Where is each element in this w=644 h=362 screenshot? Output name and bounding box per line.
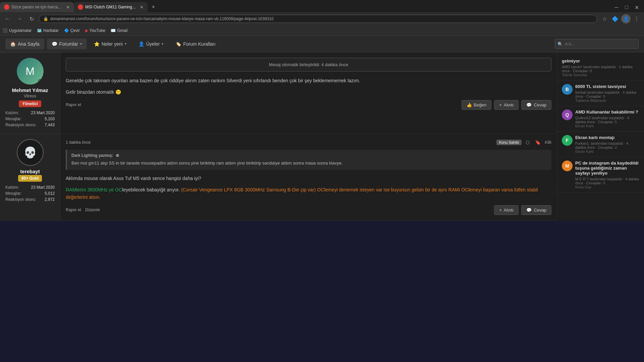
post-2-edit-link[interactable]: Düzenle [85,208,100,212]
sidebar-topic-3-category: Ekran Kartı [575,149,639,153]
post-2-bookmark-button[interactable]: 🔖 [534,139,542,146]
forums-dropdown-icon: ▾ [80,42,82,46]
star-icon[interactable]: ☆ [600,14,609,24]
post-1-reply-button[interactable]: 💬 Cevap [521,100,551,110]
post-1-messages-row: Mesajlar: 5,103 [5,116,55,122]
search-input[interactable] [555,39,639,49]
post-1-user-badge: Yönetici [19,100,41,107]
close-window-button[interactable]: ✕ [632,3,641,12]
tab1-title: Sizce param ne için harcamalıyı... [11,5,63,9]
nav-members-label: Üyeler [146,41,160,47]
bookmark-apps[interactable]: ⬛ Uygulamalar [3,28,32,33]
tab2-close-icon[interactable]: ✕ [140,5,144,10]
sidebar-topic-0[interactable]: gelmiyor AMD candır! tarafından başlatıl… [557,55,644,81]
nav-whats-new-label: Neler yeni [102,41,123,47]
url-text: donanimarsivi.com/forum/konu/sizce-param… [50,16,274,21]
browser-tab-1[interactable]: Sizce param ne için harcamalıyı... ✕ [0,2,74,12]
gmail-label: Gmail [117,28,127,33]
expand-quote-icon[interactable]: ⊕ [116,153,119,158]
sidebar-topic-1-content: 6000 TL sistem tavsiyesi berkali tarafın… [575,84,639,102]
maps-label: Haritalar [43,28,58,33]
post-2-share-button[interactable]: ⬡ [524,139,531,146]
post-1-user-sidebar: M Mehmet Yılmaz Vitreus Yönetici Katılım… [0,52,60,133]
menu-button[interactable]: ⋮ [632,14,641,24]
browser-tabs: Sizce param ne için harcamalıyı... ✕ MSI… [0,0,644,12]
sidebar-topic-3[interactable]: F Ekran kartı montajı Furkan1. tarafında… [557,132,644,157]
post-2-quote-button[interactable]: + Alıntı [494,205,519,215]
sidebar-topic-4[interactable]: M PC de instagram da kaydedildi tuşuna g… [557,157,644,193]
bookmark-youtube[interactable]: ▶ YouTube [85,28,105,33]
sidebar-topic-2[interactable]: Q AMD Kullananlar bakabilirmi ? QuAreXZ … [557,106,644,132]
post-2-time: 1 dakika önce [66,140,91,145]
tab1-close-icon[interactable]: ✕ [66,5,70,10]
sidebar-topic-2-avatar: Q [562,109,573,120]
youtube-label: YouTube [90,28,105,33]
sidebar-topic-4-title: PC de instagram da kaydedildi tuşuna gel… [575,161,639,176]
post-2-report-link[interactable]: Rapor et [66,208,81,212]
browser-toolbar: ← → ↻ 🔒 donanimarsivi.com/forum/konu/siz… [0,12,644,26]
post-1-quote-button[interactable]: + Alıntı [494,100,519,110]
post-2-main-text: Aklımda mouse olarak Asus Tuf M5 vardı s… [66,175,551,182]
forum-content: M Mehmet Yılmaz Vitreus Yönetici Katılım… [0,52,557,221]
new-tab-button[interactable]: + [148,2,159,12]
post-2-join-date: 23 Mart 2020 [31,185,55,190]
sidebar-topic-4-replies: Cevaplar: 0 [586,181,605,185]
minimize-button[interactable]: ─ [612,3,621,12]
bookmark-gmail[interactable]: ✉️ Gmail [111,28,127,33]
post-1-join-date: 23 Mart 2020 [31,110,55,115]
post-2-avatar: 💀 [17,139,44,166]
sidebar-topic-3-title: Ekran kartı montajı [575,135,639,140]
post-2-normal-text: leyebilecek babayiğit arıyor. [122,187,180,192]
post-1-online-indicator [38,79,42,83]
post-2-meta: 1 dakika önce Konu Sahibi ⬡ 🔖 #36 [66,139,551,146]
forward-button[interactable]: → [15,14,24,24]
refresh-button[interactable]: ↻ [27,14,36,24]
post-1-like-button[interactable]: 👍 Beğen [462,100,492,110]
sidebar-topic-1-category: Toplama Bilgisayar [575,98,639,102]
post-2-meta-right: Konu Sahibi ⬡ 🔖 #36 [496,139,551,146]
sidebar-topic-4-content: PC de instagram da kaydedildi tuşuna gel… [575,161,639,189]
nav-home-label: Ana Sayfa [18,41,40,47]
nav-whats-new[interactable]: ⭐ Neler yeni ▾ [89,39,131,49]
post-1-reaction-score: 7,443 [45,123,55,127]
reply-icon: 💬 [526,102,532,107]
sidebar-topic-1-title: 6000 TL sistem tavsiyesi [575,84,639,89]
bookmark-maps[interactable]: 🗺️ Haritalar [37,28,58,33]
nav-forums-label: Forumlar [59,41,78,47]
translate-label: Çevir [70,28,80,33]
url-bar[interactable]: 🔒 donanimarsivi.com/forum/konu/sizce-par… [39,15,597,23]
browser-tab-2[interactable]: MSI Clutch GM11 Gaming Mous... ✕ [74,2,148,12]
sidebar-topic-0-title: gelmiyor [562,58,639,63]
post-1-merged-message: Mesaj otomatik birleştirildi: 4 dakika ö… [66,58,551,72]
post-1-avatar: M [17,58,44,85]
post-2-reaction-score: 2,972 [45,197,55,202]
nav-rules[interactable]: 🏷️ Forum Kuralları [171,39,220,49]
nav-forums[interactable]: 💬 Forumlar ▾ [47,39,87,49]
sidebar-topic-3-avatar: F [562,135,573,146]
sidebar-topic-2-category: Ekran Kartı [575,124,639,128]
post-2-quote-author: Dark Lighting yazmış: ⊕ [71,153,547,158]
tab2-favicon [78,4,83,10]
post-1-reply-label: Cevap [534,102,546,107]
post-2-left-actions: Rapor et Düzenle [66,208,100,212]
nav-members[interactable]: 👤 Üyeler ▾ [134,39,168,49]
sidebar-topic-0-content: gelmiyor AMD candır! tarafından başlatıl… [562,58,639,77]
tab2-title: MSI Clutch GM11 Gaming Mous... [85,5,137,9]
sidebar-topic-1[interactable]: B 6000 TL sistem tavsiyesi berkali taraf… [557,81,644,106]
post-2-online-indicator [38,161,42,165]
nav-rules-label: Forum Kuralları [183,41,215,47]
bookmark-translate[interactable]: 🔷 Çevir [64,28,80,33]
whats-new-dropdown-icon: ▾ [125,42,126,46]
extensions-icon[interactable]: 🔷 [610,14,620,24]
post-2-messages-row: Mesajlar: 5,012 [5,190,55,196]
post-1-username[interactable]: Mehmet Yılmaz [12,87,48,93]
post-2-username[interactable]: terebayt [20,169,40,174]
forums-icon: 💬 [52,41,57,47]
back-button[interactable]: ← [3,14,12,24]
profile-icon[interactable]: 👤 [621,14,631,24]
maximize-button[interactable]: □ [622,3,631,12]
post-2-quote-label: Alıntı [504,208,514,213]
post-1-report-link[interactable]: Rapor et [66,102,81,107]
nav-home[interactable]: 🏠 Ana Sayfa [5,39,44,49]
post-2-reply-button[interactable]: 💬 Cevap [521,205,551,215]
